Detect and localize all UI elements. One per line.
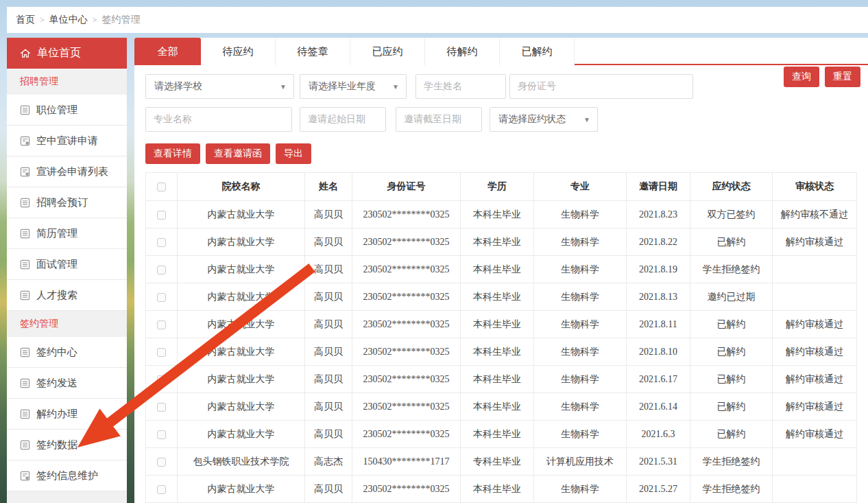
sidebar-item-签约发送[interactable]: 签约发送 <box>7 368 127 399</box>
sidebar-item-面试管理[interactable]: 面试管理 <box>7 249 127 280</box>
cell-invite-date: 2021.6.3 <box>627 421 690 448</box>
tab-已解约[interactable]: 已解约 <box>500 38 575 65</box>
row-checkbox[interactable] <box>157 293 166 302</box>
sidebar-item-人才搜索[interactable]: 人才搜索 <box>7 280 127 311</box>
row-checkbox[interactable] <box>157 320 166 329</box>
breadcrumb-home[interactable]: 首页 <box>16 14 35 26</box>
table-body: 内蒙古就业大学高贝贝230502********0325本科生毕业生物科学202… <box>146 201 857 503</box>
select-all-checkbox[interactable] <box>157 183 166 191</box>
list-doc-icon <box>20 229 30 239</box>
sidebar-header[interactable]: 单位首页 <box>7 38 127 69</box>
cell-school: 内蒙古就业大学 <box>178 283 305 311</box>
reply-status-select-value: 请选择应约状态 <box>498 113 566 126</box>
row-checkbox[interactable] <box>157 266 166 274</box>
tab-待解约[interactable]: 待解约 <box>425 38 500 65</box>
tab-待签章[interactable]: 待签章 <box>276 38 350 65</box>
tab-bar: 全部待应约待签章已应约待解约已解约 <box>134 38 868 65</box>
row-checkbox[interactable] <box>157 211 166 220</box>
row-checkbox[interactable] <box>157 485 166 494</box>
cell-audit-status <box>773 448 857 476</box>
id-number-input[interactable] <box>509 74 693 99</box>
view-invitation-button[interactable]: 查看邀请函 <box>206 143 270 164</box>
sidebar-item-解约办理[interactable]: 解约办理 <box>7 399 127 430</box>
graduation-year-select[interactable]: 请选择毕业年度 ▼ <box>300 74 407 99</box>
cell-audit-status: 解约审核通过 <box>773 393 857 421</box>
breadcrumb-unit-center[interactable]: 单位中心 <box>49 14 88 26</box>
sidebar-item-招聘会预订[interactable]: 招聘会预订 <box>7 187 127 218</box>
sidebar-section-partial <box>7 491 127 503</box>
invite-start-date-input[interactable] <box>300 107 386 132</box>
cell-major: 生物科学 <box>534 421 627 448</box>
export-button[interactable]: 导出 <box>276 143 311 164</box>
major-name-input[interactable] <box>145 107 292 132</box>
cell-major: 生物科学 <box>534 311 627 338</box>
action-row: 查看详情 查看邀请函 导出 <box>145 143 868 164</box>
column-header: 姓名 <box>305 173 352 201</box>
cell-major: 计算机应用技术 <box>534 448 627 476</box>
reply-status-select[interactable]: 请选择应约状态 ▼ <box>490 107 598 132</box>
cell-reply-status: 已解约 <box>690 393 773 421</box>
form-doc-icon <box>20 167 30 177</box>
cell-name: 高贝贝 <box>305 283 352 311</box>
tab-全部[interactable]: 全部 <box>134 38 201 65</box>
sidebar-item-label: 空中宣讲申请 <box>36 134 98 148</box>
cell-checkbox <box>146 311 178 338</box>
cell-name: 高贝贝 <box>305 311 352 338</box>
breadcrumb-separator: > <box>40 15 45 25</box>
row-checkbox[interactable] <box>157 238 166 247</box>
cell-checkbox <box>146 366 178 393</box>
invite-end-date-input[interactable] <box>396 107 482 132</box>
breadcrumb: 首页 > 单位中心 > 签约管理 <box>7 7 868 33</box>
cell-id-number: 230502********0325 <box>352 421 461 448</box>
filter-area: 请选择学校 ▼ 请选择毕业年度 ▼ 查询 重置 请选择应约状态 ▼ <box>134 65 868 132</box>
sidebar-item-label: 面试管理 <box>36 258 77 271</box>
reset-button[interactable]: 重置 <box>825 67 860 87</box>
sidebar-item-签约信息维护[interactable]: 签约信息维护 <box>7 460 127 491</box>
table-row: 内蒙古就业大学高贝贝230502********0325本科生毕业生物科学202… <box>146 476 857 503</box>
cell-reply-status: 已解约 <box>690 311 773 338</box>
sidebar: 单位首页 招聘管理职位管理空中宣讲申请宣讲会申请列表招聘会预订简历管理面试管理人… <box>7 38 127 503</box>
sidebar-item-签约数据[interactable]: 签约数据 <box>7 430 127 460</box>
tab-待应约[interactable]: 待应约 <box>201 38 276 65</box>
row-checkbox[interactable] <box>157 458 166 467</box>
filter-row-2: 请选择应约状态 ▼ <box>145 107 868 132</box>
main-panel: 全部待应约待签章已应约待解约已解约 请选择学校 ▼ 请选择毕业年度 ▼ 查询 重… <box>134 38 868 503</box>
search-button[interactable]: 查询 <box>784 67 819 87</box>
cell-school: 内蒙古就业大学 <box>178 476 305 503</box>
breadcrumb-separator: > <box>93 15 97 25</box>
cell-degree: 本科生毕业 <box>461 283 534 311</box>
view-detail-button[interactable]: 查看详情 <box>145 143 200 164</box>
student-name-input[interactable] <box>415 74 506 99</box>
row-checkbox[interactable] <box>157 375 166 384</box>
cell-degree: 本科生毕业 <box>461 393 534 421</box>
filter-row-1: 请选择学校 ▼ 请选择毕业年度 ▼ 查询 重置 <box>145 74 868 99</box>
sidebar-item-宣讲会申请列表[interactable]: 宣讲会申请列表 <box>7 156 127 187</box>
cell-major: 生物科学 <box>534 366 627 393</box>
sidebar-item-空中宣讲申请[interactable]: 空中宣讲申请 <box>7 126 127 156</box>
sidebar-item-简历管理[interactable]: 简历管理 <box>7 218 127 249</box>
table-header-row: 院校名称姓名身份证号学历专业邀请日期应约状态审核状态 <box>146 173 857 201</box>
column-header: 应约状态 <box>690 173 773 201</box>
cell-invite-date: 2021.8.10 <box>627 338 690 366</box>
cell-reply-status: 已解约 <box>690 229 773 256</box>
cell-audit-status: 解约审核通过 <box>773 229 857 256</box>
cell-id-number: 230502********0325 <box>352 201 461 229</box>
sidebar-section: 招聘管理 <box>7 69 127 95</box>
row-checkbox[interactable] <box>157 348 166 357</box>
school-select[interactable]: 请选择学校 ▼ <box>145 74 294 99</box>
cell-school: 内蒙古就业大学 <box>178 201 305 229</box>
cell-audit-status: 解约审核通过 <box>773 311 857 338</box>
row-checkbox[interactable] <box>157 430 166 439</box>
sidebar-item-职位管理[interactable]: 职位管理 <box>7 95 127 126</box>
cell-name: 高贝贝 <box>305 366 352 393</box>
row-checkbox[interactable] <box>157 403 166 412</box>
home-icon <box>20 48 31 59</box>
tab-已应约[interactable]: 已应约 <box>350 38 425 65</box>
sidebar-item-签约中心[interactable]: 签约中心 <box>7 337 127 368</box>
column-header: 身份证号 <box>352 173 461 201</box>
sidebar-item-label: 签约信息维护 <box>36 469 98 482</box>
column-header: 审核状态 <box>773 173 857 201</box>
cell-checkbox <box>146 256 178 283</box>
sidebar-header-label: 单位首页 <box>37 46 81 60</box>
cell-audit-status <box>773 283 857 311</box>
